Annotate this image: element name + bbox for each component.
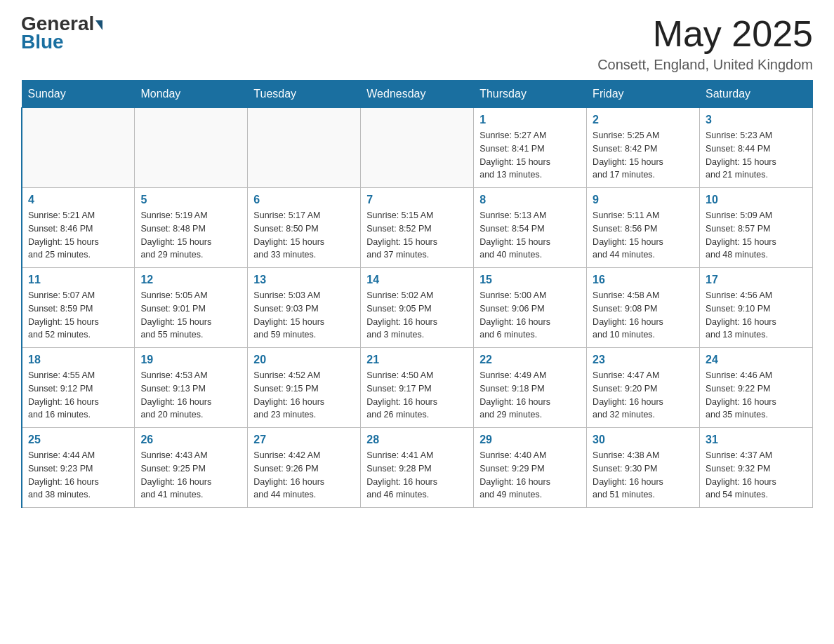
logo: General Blue <box>21 14 102 52</box>
day-number: 9 <box>593 194 694 206</box>
day-info: Sunrise: 4:55 AM Sunset: 9:12 PM Dayligh… <box>28 369 128 422</box>
calendar-day-cell <box>135 108 248 188</box>
day-number: 7 <box>366 194 468 206</box>
day-info: Sunrise: 5:03 AM Sunset: 9:03 PM Dayligh… <box>253 289 355 342</box>
day-number: 28 <box>366 434 468 446</box>
day-info: Sunrise: 5:13 AM Sunset: 8:54 PM Dayligh… <box>479 209 581 262</box>
day-number: 22 <box>479 354 581 366</box>
calendar-day-cell: 20Sunrise: 4:52 AM Sunset: 9:15 PM Dayli… <box>248 348 361 428</box>
day-of-week-header: Wednesday <box>361 81 474 108</box>
day-number: 12 <box>140 274 241 286</box>
day-info: Sunrise: 4:41 AM Sunset: 9:28 PM Dayligh… <box>366 449 468 502</box>
day-number: 4 <box>28 194 128 206</box>
calendar-day-cell: 29Sunrise: 4:40 AM Sunset: 9:29 PM Dayli… <box>474 428 587 508</box>
day-number: 2 <box>593 114 694 126</box>
day-info: Sunrise: 5:02 AM Sunset: 9:05 PM Dayligh… <box>366 289 468 342</box>
calendar-week-row: 25Sunrise: 4:44 AM Sunset: 9:23 PM Dayli… <box>22 428 813 508</box>
calendar-day-cell: 2Sunrise: 5:25 AM Sunset: 8:42 PM Daylig… <box>587 108 700 188</box>
day-info: Sunrise: 4:44 AM Sunset: 9:23 PM Dayligh… <box>28 449 128 502</box>
calendar-day-cell: 26Sunrise: 4:43 AM Sunset: 9:25 PM Dayli… <box>135 428 248 508</box>
calendar-day-cell: 31Sunrise: 4:37 AM Sunset: 9:32 PM Dayli… <box>700 428 813 508</box>
calendar-day-cell: 24Sunrise: 4:46 AM Sunset: 9:22 PM Dayli… <box>700 348 813 428</box>
day-number: 19 <box>140 354 241 366</box>
calendar-day-cell: 1Sunrise: 5:27 AM Sunset: 8:41 PM Daylig… <box>474 108 587 188</box>
day-of-week-header: Friday <box>587 81 700 108</box>
day-info: Sunrise: 4:49 AM Sunset: 9:18 PM Dayligh… <box>479 369 581 422</box>
calendar-day-cell: 10Sunrise: 5:09 AM Sunset: 8:57 PM Dayli… <box>700 188 813 268</box>
day-info: Sunrise: 4:37 AM Sunset: 9:32 PM Dayligh… <box>706 449 807 502</box>
calendar-day-cell: 25Sunrise: 4:44 AM Sunset: 9:23 PM Dayli… <box>22 428 135 508</box>
day-info: Sunrise: 5:15 AM Sunset: 8:52 PM Dayligh… <box>366 209 468 262</box>
day-number: 5 <box>140 194 241 206</box>
day-info: Sunrise: 4:50 AM Sunset: 9:17 PM Dayligh… <box>366 369 468 422</box>
day-info: Sunrise: 5:00 AM Sunset: 9:06 PM Dayligh… <box>479 289 581 342</box>
day-info: Sunrise: 5:05 AM Sunset: 9:01 PM Dayligh… <box>140 289 241 342</box>
day-info: Sunrise: 4:53 AM Sunset: 9:13 PM Dayligh… <box>140 369 241 422</box>
calendar-week-row: 4Sunrise: 5:21 AM Sunset: 8:46 PM Daylig… <box>22 188 813 268</box>
calendar-week-row: 11Sunrise: 5:07 AM Sunset: 8:59 PM Dayli… <box>22 268 813 348</box>
day-number: 17 <box>706 274 807 286</box>
calendar-week-row: 1Sunrise: 5:27 AM Sunset: 8:41 PM Daylig… <box>22 108 813 188</box>
calendar-day-cell: 12Sunrise: 5:05 AM Sunset: 9:01 PM Dayli… <box>135 268 248 348</box>
calendar-day-cell: 22Sunrise: 4:49 AM Sunset: 9:18 PM Dayli… <box>474 348 587 428</box>
day-info: Sunrise: 4:38 AM Sunset: 9:30 PM Dayligh… <box>593 449 694 502</box>
day-of-week-header: Tuesday <box>248 81 361 108</box>
day-info: Sunrise: 4:56 AM Sunset: 9:10 PM Dayligh… <box>706 289 807 342</box>
day-of-week-header: Thursday <box>474 81 587 108</box>
day-info: Sunrise: 5:19 AM Sunset: 8:48 PM Dayligh… <box>140 209 241 262</box>
day-info: Sunrise: 4:40 AM Sunset: 9:29 PM Dayligh… <box>479 449 581 502</box>
calendar-day-cell: 13Sunrise: 5:03 AM Sunset: 9:03 PM Dayli… <box>248 268 361 348</box>
calendar-day-cell: 8Sunrise: 5:13 AM Sunset: 8:54 PM Daylig… <box>474 188 587 268</box>
day-number: 18 <box>28 354 128 366</box>
day-number: 20 <box>253 354 355 366</box>
day-info: Sunrise: 5:11 AM Sunset: 8:56 PM Dayligh… <box>593 209 694 262</box>
day-info: Sunrise: 5:07 AM Sunset: 8:59 PM Dayligh… <box>28 289 128 342</box>
calendar-day-cell: 3Sunrise: 5:23 AM Sunset: 8:44 PM Daylig… <box>700 108 813 188</box>
day-number: 16 <box>593 274 694 286</box>
day-number: 23 <box>593 354 694 366</box>
calendar-day-cell: 18Sunrise: 4:55 AM Sunset: 9:12 PM Dayli… <box>22 348 135 428</box>
day-info: Sunrise: 4:58 AM Sunset: 9:08 PM Dayligh… <box>593 289 694 342</box>
calendar-day-cell <box>361 108 474 188</box>
day-number: 29 <box>479 434 581 446</box>
day-info: Sunrise: 4:52 AM Sunset: 9:15 PM Dayligh… <box>253 369 355 422</box>
day-info: Sunrise: 4:43 AM Sunset: 9:25 PM Dayligh… <box>140 449 241 502</box>
page-header: General Blue May 2025 Consett, England, … <box>21 14 813 73</box>
day-info: Sunrise: 5:23 AM Sunset: 8:44 PM Dayligh… <box>706 129 807 182</box>
day-number: 11 <box>28 274 128 286</box>
day-number: 25 <box>28 434 128 446</box>
day-of-week-header: Saturday <box>700 81 813 108</box>
day-info: Sunrise: 5:09 AM Sunset: 8:57 PM Dayligh… <box>706 209 807 262</box>
day-of-week-header: Sunday <box>22 81 135 108</box>
calendar-day-cell: 27Sunrise: 4:42 AM Sunset: 9:26 PM Dayli… <box>248 428 361 508</box>
day-number: 1 <box>479 114 581 126</box>
calendar-day-cell: 19Sunrise: 4:53 AM Sunset: 9:13 PM Dayli… <box>135 348 248 428</box>
calendar-week-row: 18Sunrise: 4:55 AM Sunset: 9:12 PM Dayli… <box>22 348 813 428</box>
day-number: 6 <box>253 194 355 206</box>
day-number: 31 <box>706 434 807 446</box>
calendar-day-cell: 28Sunrise: 4:41 AM Sunset: 9:28 PM Dayli… <box>361 428 474 508</box>
day-number: 14 <box>366 274 468 286</box>
day-info: Sunrise: 4:46 AM Sunset: 9:22 PM Dayligh… <box>706 369 807 422</box>
day-info: Sunrise: 4:42 AM Sunset: 9:26 PM Dayligh… <box>253 449 355 502</box>
logo-arrow-icon <box>95 20 102 30</box>
calendar-day-cell <box>22 108 135 188</box>
day-number: 30 <box>593 434 694 446</box>
calendar-day-cell: 11Sunrise: 5:07 AM Sunset: 8:59 PM Dayli… <box>22 268 135 348</box>
day-info: Sunrise: 5:17 AM Sunset: 8:50 PM Dayligh… <box>253 209 355 262</box>
calendar-day-cell <box>248 108 361 188</box>
calendar-day-cell: 23Sunrise: 4:47 AM Sunset: 9:20 PM Dayli… <box>587 348 700 428</box>
calendar-day-cell: 9Sunrise: 5:11 AM Sunset: 8:56 PM Daylig… <box>587 188 700 268</box>
day-number: 10 <box>706 194 807 206</box>
day-number: 3 <box>706 114 807 126</box>
calendar-day-cell: 17Sunrise: 4:56 AM Sunset: 9:10 PM Dayli… <box>700 268 813 348</box>
month-year-title: May 2025 <box>597 14 813 54</box>
day-number: 8 <box>479 194 581 206</box>
day-info: Sunrise: 5:25 AM Sunset: 8:42 PM Dayligh… <box>593 129 694 182</box>
day-of-week-header: Monday <box>135 81 248 108</box>
day-number: 27 <box>253 434 355 446</box>
calendar-day-cell: 4Sunrise: 5:21 AM Sunset: 8:46 PM Daylig… <box>22 188 135 268</box>
day-number: 24 <box>706 354 807 366</box>
calendar-day-cell: 30Sunrise: 4:38 AM Sunset: 9:30 PM Dayli… <box>587 428 700 508</box>
calendar-day-cell: 16Sunrise: 4:58 AM Sunset: 9:08 PM Dayli… <box>587 268 700 348</box>
